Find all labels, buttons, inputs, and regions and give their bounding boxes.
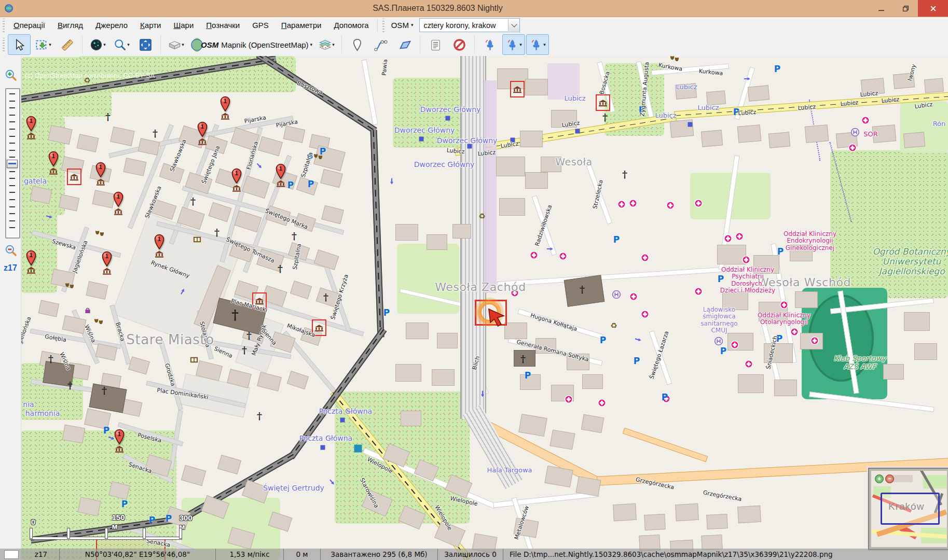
map-source-menu[interactable]: OSM ▾	[387, 21, 418, 30]
cursor-tool[interactable]	[8, 34, 31, 55]
zoom-out-button[interactable]	[4, 244, 18, 257]
placemark-balloon[interactable]: 1	[231, 168, 242, 184]
add-path[interactable]	[369, 34, 392, 55]
building	[181, 465, 207, 486]
church-cross-icon: †	[602, 111, 608, 123]
chevron-down-icon: ▾	[127, 43, 130, 47]
menu-item-placemarks[interactable]: Позначки	[200, 17, 246, 33]
church-cross-icon: †	[105, 111, 111, 122]
zoom-rect-tool[interactable]: ▾	[110, 34, 133, 55]
map-label: Hala Targowa	[487, 467, 532, 474]
fullscreen-icon	[139, 38, 153, 52]
show-markers-1[interactable]	[478, 34, 501, 55]
placemark-balloon[interactable]: 1	[101, 251, 113, 267]
placemark-balloon[interactable]: 1	[219, 96, 231, 111]
svg-text:1: 1	[30, 118, 33, 124]
building	[406, 323, 429, 339]
toolbar-separator	[474, 36, 475, 53]
building	[924, 78, 944, 93]
minimap-zoom-in-button[interactable]: +	[875, 474, 884, 483]
toolbar-grip[interactable]	[3, 38, 5, 51]
street	[623, 428, 708, 463]
placemark-balloon[interactable]: 1	[197, 121, 208, 137]
placemark-balloon[interactable]: 1	[114, 429, 125, 444]
building	[110, 127, 134, 146]
building	[748, 85, 770, 101]
building	[550, 429, 575, 450]
layers-select[interactable]: ▾	[315, 34, 338, 55]
zoom-slider-handle[interactable]	[7, 160, 18, 168]
overview-minimap[interactable]: Kraków + −	[868, 468, 948, 550]
add-placemark[interactable]	[346, 34, 368, 55]
combo-dropdown-button[interactable]	[508, 19, 519, 31]
street	[497, 267, 722, 287]
oneway-arrow-icon	[255, 161, 264, 171]
menu-item-source[interactable]: Джерело	[89, 17, 134, 33]
ruler-tool[interactable]	[56, 34, 78, 55]
placemark-balloon[interactable]: 1	[95, 162, 106, 177]
placemark-icon	[350, 38, 364, 52]
menu-item-maps[interactable]: Карти	[134, 17, 167, 33]
placemark-balloon[interactable]: 1	[113, 191, 124, 207]
hospital-icon	[641, 254, 650, 262]
building	[644, 514, 666, 530]
map-label: Poczta Główna	[319, 408, 372, 416]
menu-item-help[interactable]: Допомога	[327, 17, 375, 33]
hide-placemarks[interactable]	[448, 34, 471, 55]
show-markers-2[interactable]: ▾	[502, 34, 525, 55]
goto-tool[interactable]: ▾	[86, 34, 109, 55]
map-label: Lubicz	[798, 104, 816, 111]
minimap-city-label: Kraków	[888, 501, 924, 512]
building	[613, 503, 637, 521]
street	[361, 60, 378, 125]
placemark-balloon[interactable]: 1	[154, 234, 165, 249]
building	[518, 414, 547, 437]
close-button[interactable]	[918, 0, 948, 17]
placemark-balloon[interactable]: 1	[48, 151, 59, 166]
map-menu-grip[interactable]	[382, 19, 384, 32]
museum-icon	[96, 178, 105, 186]
zoom-slider[interactable]	[5, 88, 20, 239]
map-label: Stare Miasto	[126, 332, 214, 347]
scale-start-label: 0	[31, 517, 35, 526]
cache-mode[interactable]: ▾	[164, 34, 187, 55]
restore-button[interactable]	[894, 0, 918, 17]
bus-stop-icon	[419, 137, 424, 142]
selection-tool[interactable]: ▾	[32, 34, 54, 55]
placemark-manager[interactable]	[424, 34, 447, 55]
menu-item-operations[interactable]: Операції	[7, 17, 51, 33]
map-label: nia	[23, 401, 34, 409]
menu-item-settings[interactable]: Параметри	[275, 17, 328, 33]
search-combo[interactable]: cztery korony, krakow	[419, 18, 520, 32]
map-label: Poczta Główna	[299, 435, 352, 443]
map-label: Dworzec Główny	[437, 137, 498, 145]
oneway-arrow-icon	[634, 337, 643, 343]
minimap-zoom-out-button[interactable]: −	[885, 474, 894, 483]
building	[401, 411, 421, 426]
minimap-feature	[892, 475, 913, 482]
building	[525, 79, 548, 95]
fullscreen-toggle[interactable]	[134, 34, 157, 55]
map-label: Lubicz	[561, 120, 580, 129]
map-viewport[interactable]: †††††††††††††††††††PPPPPPPPPPPPPPPPPPPPP…	[21, 56, 948, 560]
chevron-down-icon: ▾	[411, 23, 414, 27]
map-source-select[interactable]: OSMMapnik (OpenStreetMap)▾	[188, 34, 314, 55]
hospital-icon	[598, 399, 607, 408]
minimize-button[interactable]	[869, 0, 894, 17]
building	[496, 157, 525, 176]
zoom-in-button[interactable]	[4, 68, 18, 82]
placemark-balloon[interactable]: 1	[25, 250, 37, 265]
menu-item-view[interactable]: Вигляд	[51, 17, 89, 33]
building	[86, 281, 108, 299]
add-polygon[interactable]	[393, 34, 416, 55]
map-label: Grodzka	[163, 363, 176, 387]
placemark-balloon[interactable]: 1	[25, 116, 37, 131]
oneway-arrow-icon	[546, 247, 554, 251]
menubar-grip[interactable]	[3, 19, 5, 32]
menu-item-gps[interactable]: GPS	[246, 17, 275, 33]
placemark-balloon[interactable]: 1	[275, 163, 286, 179]
menu-item-layers[interactable]: Шари	[167, 17, 200, 33]
polygontool-icon	[398, 38, 412, 52]
show-markers-3[interactable]: ▾	[526, 34, 549, 55]
toolbar-separator	[82, 36, 83, 53]
